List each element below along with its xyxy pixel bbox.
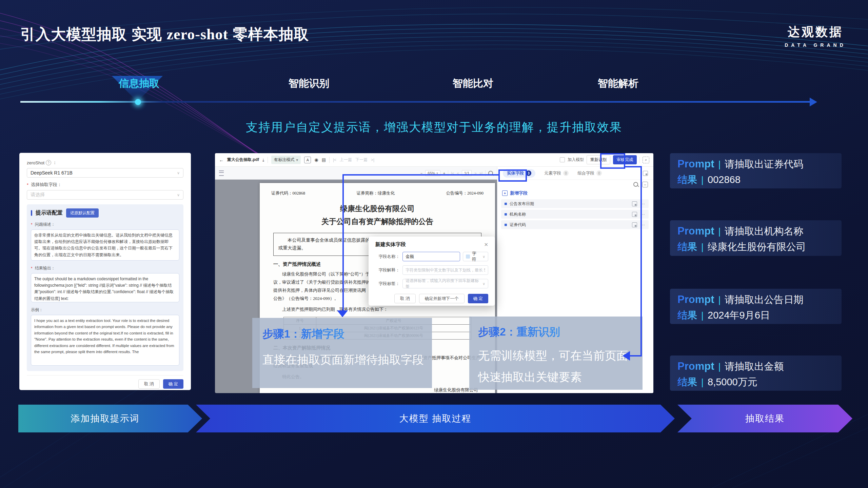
download-icon[interactable]: ⤓ bbox=[262, 158, 264, 162]
extract-field-placeholder: 请选择 bbox=[31, 192, 45, 198]
annotation-arrow-down-icon bbox=[337, 310, 348, 317]
extract-field-label-text: 选择抽取字段： bbox=[31, 182, 62, 188]
confirm-button[interactable]: 确 定 bbox=[163, 379, 183, 389]
field-desc-input[interactable] bbox=[402, 265, 488, 275]
divider: | bbox=[701, 377, 704, 388]
announcement-no: 公告编号：2024-090 bbox=[446, 190, 484, 196]
cancel-button[interactable]: 取 消 bbox=[138, 379, 159, 389]
field-tag-select[interactable]: 请选择标签，或输入内容按下回车新建标签 ∨ bbox=[402, 279, 488, 288]
field-item-security-code[interactable]: 证券代码 ⋯ bbox=[501, 220, 649, 229]
divider: | bbox=[718, 159, 721, 170]
page-toolbar: − 65% ▾ + |< < 1/1 > >| bbox=[215, 167, 497, 180]
fullscreen-icon[interactable]: ⌕ bbox=[643, 157, 649, 163]
section-accent-bar bbox=[31, 210, 32, 216]
step1-callout: 步骤1：新增字段 直接在抽取页面新增待抽取字段 bbox=[252, 318, 432, 388]
extract-field-label: * 选择抽取字段： bbox=[27, 182, 183, 188]
tab-combo-fields[interactable]: 组合字段 0 bbox=[577, 170, 602, 176]
banner-add-prompt: 添加抽取提示词 bbox=[18, 405, 202, 432]
viewer-toolbar: ← 重大公告抽取.pdf ⤓ 有标注模式 ▾ A ◉ ▤ |< 上一篇 下一篇 … bbox=[215, 153, 653, 167]
collapse-icon[interactable]: – bbox=[642, 182, 648, 187]
divider: | bbox=[718, 295, 721, 305]
required-asterisk: * bbox=[31, 266, 33, 271]
panel-footer: 取 消 确 定 bbox=[27, 375, 183, 389]
last-doc-icon[interactable]: >| bbox=[371, 158, 374, 162]
step2-body: 无需训练模型，可在当前页面快速抽取出关键要素 bbox=[478, 345, 631, 388]
brand-logo: 达观数据 DATA GRAND bbox=[770, 24, 861, 48]
close-icon[interactable]: ✕ bbox=[484, 242, 488, 248]
export-icon[interactable] bbox=[643, 171, 648, 176]
prompt-label: Prompt bbox=[677, 293, 714, 306]
prompt-text: 请抽取出机构名称 bbox=[725, 225, 804, 238]
locate-icon[interactable] bbox=[632, 222, 637, 227]
result-label: 结果 bbox=[677, 375, 697, 389]
eye-icon[interactable]: ◉ bbox=[314, 157, 318, 162]
back-icon[interactable]: ← bbox=[219, 157, 224, 163]
tab-smart-comparison[interactable]: 智能比对 bbox=[453, 77, 493, 90]
document-meta-row: 证券代码：002868 证券简称：绿康生化 公告编号：2024-090 bbox=[260, 183, 495, 196]
document-icon[interactable]: ▤ bbox=[322, 157, 326, 162]
prompt-label: Prompt bbox=[677, 158, 714, 170]
divider: | bbox=[718, 226, 721, 237]
example-textarea[interactable]: I hope you act as a text entity extracti… bbox=[31, 315, 179, 366]
divider bbox=[268, 157, 268, 163]
locate-icon[interactable] bbox=[632, 201, 637, 206]
required-asterisk: * bbox=[27, 182, 28, 187]
thumbnail-panel-icon[interactable] bbox=[219, 170, 224, 176]
text-annotation-icon[interactable]: A bbox=[304, 157, 311, 163]
prompt-config-title: 提示语配置 bbox=[36, 209, 63, 217]
chevron-down-icon: ∨ bbox=[177, 193, 180, 197]
modal-confirm-button[interactable]: 确 定 bbox=[468, 294, 488, 303]
page-title-en: zero-shot bbox=[166, 26, 228, 43]
timeline-arrowhead-icon bbox=[810, 98, 817, 106]
caret-down-icon: ▾ bbox=[296, 158, 298, 162]
model-select-value: DeepSeek R1 671B bbox=[31, 170, 73, 176]
locate-icon[interactable] bbox=[632, 212, 637, 217]
slide: 引入大模型抽取 实现 zero-shot 零样本抽取 达观数据 DATA GRA… bbox=[0, 0, 868, 488]
first-doc-icon[interactable]: |< bbox=[333, 158, 336, 162]
next-doc-button[interactable]: 下一篇 bbox=[355, 157, 368, 163]
annotation-mode-select[interactable]: 有标注模式 ▾ bbox=[271, 156, 301, 164]
field-type-value: 字符 bbox=[472, 251, 480, 262]
field-tag-label: 字段标签： bbox=[375, 281, 400, 287]
model-select[interactable]: DeepSeek R1 671B ∨ bbox=[27, 168, 183, 178]
page-title-zh1: 引入大模型抽取 实现 bbox=[20, 26, 166, 42]
prompt-config-section: 提示语配置 还原默认配置 * 问题描述： 你非常擅长从给定的文档中抽取出关键信息… bbox=[27, 204, 183, 371]
annotation-line-horizontal-1 bbox=[343, 174, 498, 176]
join-model-checkbox[interactable] bbox=[560, 157, 565, 162]
extract-field-select[interactable]: 请选择 ∨ bbox=[27, 190, 183, 200]
step2-callout: 步骤2：重新识别 无需训练模型，可在当前页面快速抽取出关键要素 bbox=[469, 317, 643, 390]
prompt-text: 请抽取出公告日期 bbox=[725, 293, 804, 307]
field-item-announce-date[interactable]: 公告发布日期 ⋯ bbox=[501, 199, 649, 208]
field-type-select[interactable]: 字符 ∨ bbox=[463, 252, 488, 261]
output-textarea[interactable]: The output should be a markdown codesnip… bbox=[31, 273, 179, 302]
search-icon[interactable] bbox=[633, 182, 638, 187]
restore-default-button[interactable]: 还原默认配置 bbox=[66, 208, 99, 218]
result-card-security-code: Prompt | 请抽取出证券代码 结果 | 002868 bbox=[670, 153, 842, 188]
annotation-line-vertical-1 bbox=[342, 174, 344, 311]
divider: | bbox=[701, 310, 704, 321]
prev-doc-button[interactable]: 上一篇 bbox=[340, 157, 352, 163]
tab-smart-recognition[interactable]: 智能识别 bbox=[289, 77, 329, 90]
timeline-dot bbox=[135, 99, 141, 105]
add-field-button[interactable]: + 新增字段 bbox=[497, 189, 653, 198]
question-label: * 问题描述： bbox=[31, 222, 179, 227]
chevron-down-icon: ∨ bbox=[482, 282, 485, 286]
question-textarea[interactable]: 你非常擅长从给定的文档中抽取出关键信息。请从我给到的文档中把关键信息提取出来，你… bbox=[31, 229, 179, 261]
field-item-label: 证券代码 bbox=[510, 222, 526, 228]
field-name-input[interactable] bbox=[402, 252, 460, 261]
modal-cancel-button[interactable]: 取 消 bbox=[394, 294, 415, 303]
field-item-label: 机构名称 bbox=[510, 211, 526, 217]
output-label-text: 结果输出： bbox=[35, 265, 55, 271]
tab-element-fields[interactable]: 元素字段 0 bbox=[544, 170, 569, 176]
tab-info-extraction[interactable]: 信息抽取 bbox=[119, 77, 159, 90]
file-name: 重大公告抽取.pdf bbox=[227, 157, 259, 163]
tab-smart-parsing[interactable]: 智能解析 bbox=[598, 77, 638, 90]
result-card-amount: Prompt | 请抽取出金额 结果 | 8,5000万元 bbox=[670, 355, 842, 391]
divider bbox=[329, 157, 330, 163]
result-text: 8,5000万元 bbox=[708, 375, 757, 389]
help-icon[interactable]: ? bbox=[46, 160, 51, 165]
field-tag-placeholder: 请选择标签，或输入内容按下回车新建标签 bbox=[406, 278, 480, 289]
field-item-org-name[interactable]: 机构名称 ⋯ bbox=[501, 210, 649, 219]
modal-confirm-next-button[interactable]: 确定并新增下一个 bbox=[419, 294, 465, 303]
field-item-label: 公告发布日期 bbox=[510, 201, 534, 207]
